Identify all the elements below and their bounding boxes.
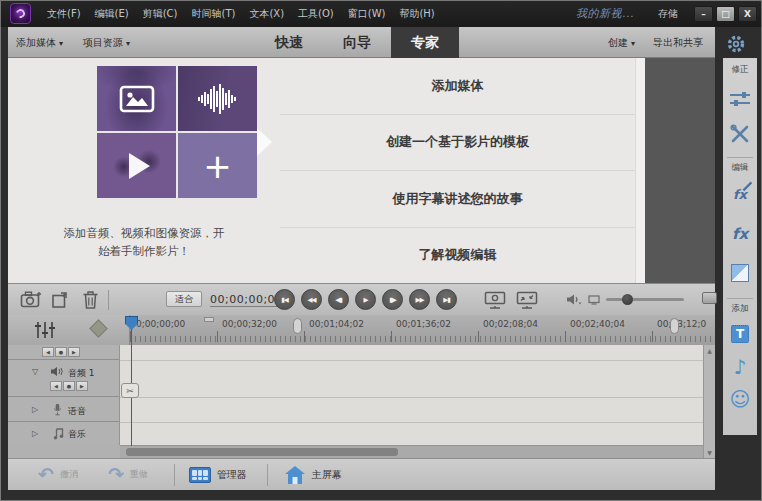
task-list-scrollbar[interactable] — [635, 58, 645, 283]
menu-help[interactable]: 帮助(H) — [392, 4, 441, 24]
track-lanes[interactable] — [120, 345, 703, 445]
next-clip-button[interactable]: ▶ — [68, 347, 80, 357]
ruler-header — [8, 315, 130, 345]
project-assets-button[interactable]: 项目资源 — [83, 36, 130, 50]
menu-edit[interactable]: 编辑(E) — [88, 4, 136, 24]
expand-track-icon[interactable]: ▷ — [32, 405, 38, 414]
close-button[interactable]: X — [738, 6, 757, 22]
timeline-zoom-slider[interactable] — [606, 298, 684, 301]
render-button[interactable] — [702, 292, 717, 304]
music-icon[interactable]: ♪ — [734, 357, 747, 377]
organizer-label[interactable]: 管理器 — [217, 468, 247, 482]
playhead-line[interactable] — [131, 318, 132, 446]
task-add-media[interactable]: 添加媒体 — [280, 58, 635, 115]
current-clip-button[interactable]: ● — [63, 381, 75, 391]
expand-track-icon[interactable]: ▷ — [32, 429, 38, 438]
monitor-toolbar: 适合 00;00;00;00 ▮◀ ◀◀ ◀▮ ▶ ▮▶ ▶▶ ▶▮ — [8, 283, 715, 315]
home-icon[interactable] — [284, 465, 306, 485]
fullscreen-monitor-icon[interactable] — [516, 291, 538, 309]
task-create-template[interactable]: 创建一个基于影片的模板 — [280, 115, 635, 172]
voice-track-header[interactable]: ▷ 语音 — [8, 397, 119, 422]
delete-trash-icon[interactable] — [82, 290, 99, 310]
save-button[interactable]: 存储 — [658, 7, 678, 21]
split-clip-button[interactable]: ✂ — [121, 383, 139, 398]
task-titles-story[interactable]: 使用字幕讲述您的故事 — [280, 171, 635, 228]
media-tile-grid[interactable]: + — [97, 66, 257, 198]
redo-label[interactable]: 重做 — [130, 468, 148, 481]
undo-label[interactable]: 撤消 — [60, 468, 78, 481]
play-button[interactable]: ▶ — [355, 289, 376, 310]
sidebar-divider — [727, 298, 753, 299]
tab-quick[interactable]: 快速 — [255, 27, 323, 58]
volume-speaker-icon[interactable] — [566, 293, 582, 306]
tracks-vertical-scrollbar[interactable]: ▲ ▼ — [703, 345, 715, 458]
fit-zoom-button[interactable]: 适合 — [166, 291, 202, 307]
work-area-handle[interactable] — [293, 318, 302, 334]
scroll-up-icon[interactable]: ▲ — [707, 347, 712, 354]
time-ruler[interactable]: 0;00;00;00 00;00;32;00 00;01;04;02 00;01… — [130, 315, 715, 345]
tracks-horizontal-scrollbar[interactable] — [120, 445, 703, 458]
play-icon — [129, 153, 150, 179]
effects-icon[interactable]: fx — [732, 227, 748, 242]
waveform-icon — [196, 82, 240, 116]
prev-clip-button[interactable]: ◀ — [50, 381, 62, 391]
rotate-clip-icon[interactable] — [50, 290, 70, 310]
fix-tools-icon[interactable] — [730, 124, 750, 144]
menu-tools[interactable]: 工具(O) — [291, 4, 341, 24]
home-label[interactable]: 主屏幕 — [312, 468, 342, 482]
menu-timeline[interactable]: 时间轴(T) — [184, 4, 242, 24]
maximize-button[interactable]: □ — [716, 6, 735, 22]
freeze-frame-camera-icon[interactable] — [20, 290, 43, 309]
track-settings-icon[interactable] — [34, 320, 56, 340]
tab-expert[interactable]: 专家 — [391, 27, 459, 58]
titles-icon[interactable]: T — [731, 325, 749, 343]
menu-clip[interactable]: 剪辑(C) — [136, 4, 185, 24]
go-to-end-button[interactable]: ▶▮ — [436, 289, 457, 310]
prev-clip-button[interactable]: ◀ — [42, 347, 54, 357]
photo-tile — [97, 66, 176, 131]
scrollbar-thumb[interactable] — [126, 448, 398, 456]
undo-icon[interactable]: ↶ — [38, 465, 54, 484]
graphics-icon[interactable]: ☺ — [730, 389, 751, 409]
panel-gap — [645, 58, 715, 283]
create-button[interactable]: 创建 — [608, 36, 635, 50]
menu-text[interactable]: 文本(X) — [242, 4, 291, 24]
next-clip-button[interactable]: ▶ — [76, 381, 88, 391]
ruler-label: 00;02;40;04 — [570, 319, 625, 329]
zoom-slider-knob[interactable] — [622, 294, 633, 305]
current-clip-button[interactable]: ● — [55, 347, 67, 357]
menu-file[interactable]: 文件(F) — [40, 4, 88, 24]
minimize-button[interactable]: – — [694, 6, 713, 22]
task-learn-editing[interactable]: 了解视频编辑 — [280, 228, 635, 284]
applied-effects-icon[interactable]: fx — [733, 184, 747, 203]
add-marker-icon[interactable] — [89, 319, 107, 337]
scroll-down-icon[interactable]: ▼ — [707, 449, 712, 456]
organizer-icon[interactable] — [189, 467, 211, 483]
redo-icon[interactable]: ↷ — [108, 465, 124, 484]
add-media-button[interactable]: 添加媒体 — [16, 36, 63, 50]
export-share-button[interactable]: 导出和共享 — [653, 36, 703, 50]
menu-window[interactable]: 窗口(W) — [341, 4, 393, 24]
media-promo: + 添加音频、视频和图像资源，开 始着手制作影片！ — [8, 58, 280, 283]
settings-gear-icon[interactable] — [725, 33, 747, 55]
fast-forward-button[interactable]: ▶▶ — [409, 289, 430, 310]
collapse-track-icon[interactable]: ▽ — [32, 367, 38, 376]
speaker-icon[interactable] — [50, 366, 63, 377]
track-nav-buttons: ◀ ● ▶ — [42, 347, 80, 357]
transitions-icon[interactable] — [731, 264, 749, 282]
music-track-header[interactable]: ▷ 音乐 — [8, 422, 119, 444]
adjust-sliders-icon[interactable] — [729, 90, 751, 108]
audio1-track-header[interactable]: ▽ 音频 1 ◀ ● ▶ — [8, 360, 119, 397]
mini-monitor-icon[interactable] — [588, 295, 600, 305]
tab-guided[interactable]: 向导 — [323, 27, 391, 58]
work-area-handle[interactable] — [204, 317, 214, 322]
work-area-handle[interactable] — [670, 318, 679, 334]
go-to-start-button[interactable]: ▮◀ — [274, 289, 295, 310]
frame-back-button[interactable]: ◀▮ — [328, 289, 349, 310]
monitor-settings-icon[interactable] — [484, 291, 506, 309]
add-media-tile[interactable]: + — [178, 133, 257, 198]
rewind-button[interactable]: ◀◀ — [301, 289, 322, 310]
timecode-display[interactable]: 00;00;00;00 — [210, 293, 283, 307]
ruler-label: 00;02;08;04 — [483, 319, 538, 329]
frame-forward-button[interactable]: ▮▶ — [382, 289, 403, 310]
